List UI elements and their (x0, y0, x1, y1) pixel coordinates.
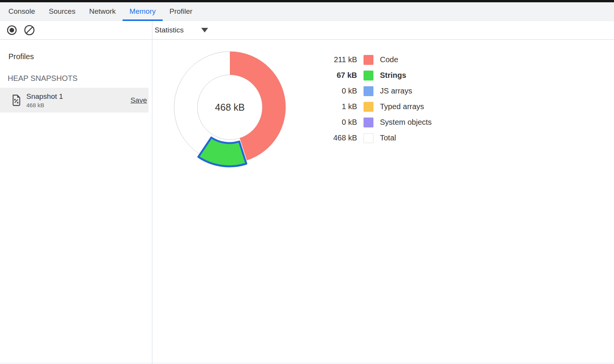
legend-value: 0 kB (323, 118, 357, 127)
snapshot-size: 468 kB (26, 102, 63, 108)
legend-row-strings[interactable]: 67 kB Strings (323, 68, 432, 83)
clear-icon (24, 24, 35, 36)
sidebar-item-snapshot-1[interactable]: Snapshot 1 468 kB Save (0, 88, 149, 113)
tab-memory[interactable]: Memory (123, 2, 163, 21)
record-icon (6, 25, 17, 35)
profiles-sidebar: Profiles HEAP SNAPSHOTS Snapshot 1 468 k… (0, 40, 152, 364)
snapshot-info: Snapshot 1 468 kB (26, 92, 63, 108)
tab-console[interactable]: Console (2, 2, 42, 21)
legend-row-typed-arrays[interactable]: 1 kB Typed arrays (323, 99, 432, 114)
perspective-select-value: Statistics (155, 26, 184, 34)
donut-slice-strings[interactable] (198, 138, 246, 166)
chevron-down-icon (201, 28, 208, 32)
heap-snapshots-section-title: HEAP SNAPSHOTS (8, 74, 152, 83)
memory-toolbar: Statistics (0, 21, 614, 40)
legend-row-code[interactable]: 211 kB Code (323, 52, 432, 68)
legend-label: Strings (380, 71, 406, 80)
legend-value: 468 kB (323, 134, 357, 142)
tab-profiler[interactable]: Profiler (163, 2, 199, 21)
legend-value: 1 kB (323, 102, 357, 111)
sidebar-title: Profiles (8, 52, 152, 61)
chart-legend: 211 kB Code 67 kB Strings 0 kB JS arrays… (323, 52, 432, 146)
legend-swatch-strings (364, 71, 373, 81)
tab-network[interactable]: Network (82, 2, 123, 21)
legend-swatch-total (364, 133, 373, 143)
legend-value: 67 kB (323, 71, 357, 80)
legend-value: 211 kB (323, 55, 357, 64)
sidebar-split-divider[interactable] (152, 21, 152, 364)
legend-label: Code (380, 55, 398, 64)
legend-swatch-system-objects (364, 118, 373, 127)
snapshot-title: Snapshot 1 (26, 92, 63, 101)
legend-label: System objects (380, 118, 432, 127)
legend-row-js-arrays[interactable]: 0 kB JS arrays (323, 83, 432, 99)
heap-statistics-donut-chart: 468 kB (169, 46, 291, 168)
legend-swatch-typed-arrays (364, 102, 373, 112)
legend-label: Typed arrays (380, 102, 424, 111)
devtools-tabbar: Console Sources Network Memory Profiler (0, 2, 614, 21)
bottom-divider (0, 363, 614, 363)
tab-sources[interactable]: Sources (42, 2, 82, 21)
legend-row-system-objects[interactable]: 0 kB System objects (323, 114, 432, 130)
save-snapshot-link[interactable]: Save (131, 96, 147, 105)
heap-snapshot-icon (11, 94, 21, 106)
donut-center-total-label: 468 kB (215, 102, 245, 113)
legend-swatch-js-arrays (364, 86, 373, 96)
statistics-view: 468 kB 211 kB Code 67 kB Strings 0 kB JS… (152, 40, 614, 364)
legend-value: 0 kB (323, 87, 357, 95)
legend-swatch-code (364, 55, 373, 65)
legend-row-total[interactable]: 468 kB Total (323, 130, 432, 146)
content-area: Profiles HEAP SNAPSHOTS Snapshot 1 468 k… (0, 40, 614, 364)
record-heap-snapshot-button[interactable] (6, 25, 17, 35)
legend-label: JS arrays (380, 87, 412, 95)
legend-label: Total (380, 134, 396, 142)
perspective-select[interactable]: Statistics (155, 21, 208, 39)
clear-profiles-button[interactable] (24, 24, 35, 36)
